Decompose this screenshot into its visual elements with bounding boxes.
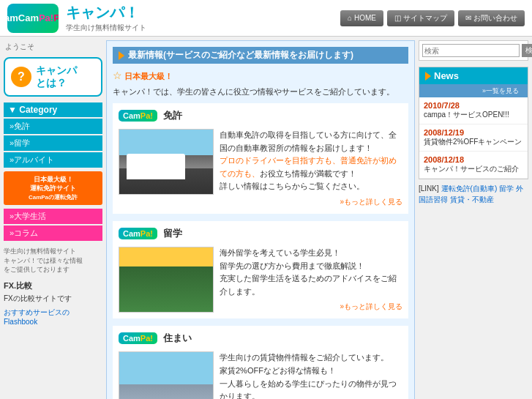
news-date-1: 2010/7/28	[424, 101, 523, 110]
main-section-header: 最新情報(サービスのご紹介など最新情報をお届けします)	[113, 47, 408, 64]
news-text-1: campa！サービスOPEN!!!	[424, 110, 523, 120]
article-2-header: CamPa! 留学	[119, 227, 402, 243]
article-1-logo: CamPa!	[119, 110, 157, 122]
news-item-2: 2008/12/19 賃貸物件2%OFFキャンペーン	[419, 124, 528, 152]
search-button[interactable]: 検	[522, 44, 532, 57]
news-more-button[interactable]: »一覧を見る	[478, 86, 523, 96]
campa-label: キャンパとは？	[36, 64, 77, 89]
sidebar-top-text: ようこそ	[4, 40, 102, 53]
search-box: 検	[419, 40, 528, 61]
home-button[interactable]: ⌂ HOME	[340, 10, 383, 26]
article-3-text2: 家賃2%OFFなどお得な情報も！	[220, 365, 402, 378]
article-1-body: 自動車免許の取得を目指している方に向けて、全国の自動車教習所の情報をお届けします…	[119, 129, 402, 208]
article-3-text3: 一人暮らしを始める学生にぴったりの物件が見つかります。	[220, 378, 402, 399]
news-title: News	[434, 70, 459, 81]
article-2-text1: 海外留学を考えている学生必見！	[220, 247, 402, 260]
article-card-2: CamPa! 留学 海外留学を考えている学生必見！ 留学先の選び方から費用まで徹…	[113, 221, 408, 318]
contact-button[interactable]: ✉ お問い合わせ	[458, 10, 525, 26]
article-2-text: 海外留学を考えている学生必見！ 留学先の選び方から費用まで徹底解説！ 充実した留…	[220, 247, 402, 313]
article-3-logo: CamPa!	[119, 332, 157, 344]
article-card-1: CamPa! 免許 自動車免許の取得を目指している方に向けて、全国の自動車教習所…	[113, 103, 408, 214]
fx-section: FX.比較 FXの比較サイトです おすすめサービスのFlashbook	[4, 280, 102, 327]
article-3-thumb	[119, 351, 214, 399]
main-inner: 最新情報(サービスのご紹介など最新情報をお届けします) ☆ 日本最大級！ キャン…	[106, 40, 415, 399]
driving-banner-line1: 日本最大級！	[7, 175, 99, 184]
star-icon: ☆	[113, 70, 122, 81]
sidebar-long-text: 学生向け無料情報サイトキャンパ！では様々な情報をご提供しております	[4, 247, 102, 275]
sidebar-extra: 学生向け無料情報サイトキャンパ！では様々な情報をご提供しております	[4, 247, 102, 275]
article-2-thumb	[119, 247, 214, 313]
article-2-category: 留学	[163, 228, 182, 239]
category-item-study[interactable]: »留学	[4, 135, 102, 151]
header: CamPa! キャンパ！ 学生向け無料情報サイト ⌂ HOME ◫ サイトマップ…	[0, 0, 532, 37]
category-item-column[interactable]: »コラム	[4, 225, 102, 241]
article-2-more-link[interactable]: »もっと詳しく見る	[220, 301, 402, 313]
article-2-body: 海外留学を考えている学生必見！ 留学先の選び方から費用まで徹底解説！ 充実した留…	[119, 247, 402, 313]
article-3-body: 学生向けの賃貸物件情報をご紹介しています。 家賃2%OFFなどお得な情報も！ 一…	[119, 351, 402, 399]
news-header: News	[419, 67, 528, 84]
mail-icon: ✉	[465, 14, 471, 22]
article-3-text: 学生向けの賃貸物件情報をご紹介しています。 家賃2%OFFなどお得な情報も！ 一…	[220, 351, 402, 399]
category-item-license[interactable]: »免許	[4, 119, 102, 134]
driving-banner[interactable]: 日本最大級！ 運転免許サイト CamPaの運転免許	[4, 171, 102, 205]
category-item-campus[interactable]: »大学生活	[4, 209, 102, 224]
main-content: 最新情報(サービスのご紹介など最新情報をお届けします) ☆ 日本最大級！ キャン…	[106, 40, 415, 399]
building-image	[119, 352, 213, 399]
campa-box[interactable]: ? キャンパとは？	[4, 57, 102, 97]
link-label: [LINK]	[419, 184, 439, 193]
site-title: キャンパ！	[66, 3, 340, 23]
flashbook-link[interactable]: おすすめサービスのFlashbook	[4, 306, 102, 327]
sitemap-button[interactable]: ◫ サイトマップ	[387, 10, 454, 26]
star-section: ☆ 日本最大級！	[113, 70, 408, 82]
news-more-bar: »一覧を見る	[419, 84, 528, 97]
article-1-header: CamPa! 免許	[119, 109, 402, 125]
article-1-text1: 自動車免許の取得を目指している方に向けて、全国の自動車教習所の情報をお届けします…	[220, 129, 402, 154]
category-item-part-time[interactable]: »アルバイト	[4, 152, 102, 168]
section-title-text: 最新情報(サービスのご紹介など最新情報をお届けします)	[128, 49, 353, 61]
main-layout: ようこそ ? キャンパとは？ ▼ Category »免許 »留学 »アルバイト…	[0, 37, 532, 399]
sitemap-icon: ◫	[394, 14, 401, 22]
link-section: [LINK] 運転免許(自動車) 留学 外国語習得 賃貸・不動産	[419, 183, 528, 205]
news-text-2: 賃貸物件2%OFFキャンペーン	[424, 137, 523, 147]
news-section: News »一覧を見る 2010/7/28 campa！サービスOPEN!!! …	[419, 67, 528, 179]
news-triangle-icon	[425, 72, 431, 81]
site-title-area: キャンパ！ 学生向け無料情報サイト	[66, 3, 340, 33]
category-header: ▼ Category	[4, 102, 102, 117]
article-1-text: 自動車免許の取得を目指している方に向けて、全国の自動車教習所の情報をお届けします…	[220, 129, 402, 208]
police-car-image	[119, 130, 213, 194]
article-1-text3: 詳しい情報はこちらからご覧ください。	[220, 180, 402, 193]
highlight-label: 日本最大級！	[124, 72, 173, 81]
triangle-icon	[119, 51, 124, 60]
article-2-text2: 留学先の選び方から費用まで徹底解説！	[220, 260, 402, 273]
news-date-2: 2008/12/19	[424, 128, 523, 137]
question-icon: ?	[11, 67, 31, 87]
fx-title: FX.比較	[4, 280, 102, 291]
article-1-thumb	[119, 129, 214, 195]
home-icon: ⌂	[348, 14, 352, 22]
driving-banner-line2: 運転免許サイト	[7, 184, 99, 193]
article-3-text1: 学生向けの賃貸物件情報をご紹介しています。	[220, 351, 402, 365]
article-3-category: 住まい	[163, 332, 192, 343]
nav-buttons: ⌂ HOME ◫ サイトマップ ✉ お問い合わせ	[340, 10, 525, 26]
group-image	[119, 247, 213, 312]
article-1-more-link[interactable]: »もっと詳しく見る	[220, 196, 402, 208]
fx-desc: FXの比較サイトです	[4, 294, 102, 304]
site-subtitle: 学生向け無料情報サイト	[66, 23, 340, 33]
news-date-3: 2008/12/18	[424, 155, 523, 164]
driving-banner-sub: CamPaの運転免許	[7, 193, 99, 201]
site-logo[interactable]: CamPa!	[7, 4, 59, 33]
article-2-logo: CamPa!	[119, 228, 157, 239]
article-2-text3: 充実した留学生活を送るためのアドバイスをご紹介します。	[220, 272, 402, 298]
news-item-1: 2010/7/28 campa！サービスOPEN!!!	[419, 97, 528, 124]
search-input[interactable]	[422, 44, 520, 57]
main-desc: キャンパ！では、学生の皆さんに役立つ情報やサービスをご紹介しています。	[113, 86, 408, 97]
news-text-3: キャンパ！サービスのご紹介	[424, 164, 523, 174]
article-1-category: 免許	[163, 110, 182, 121]
article-card-3: CamPa! 住まい 学生向けの賃貸物件情報をご紹介しています。 家賃2%OFF…	[113, 326, 408, 399]
news-item-3: 2008/12/18 キャンパ！サービスのご紹介	[419, 152, 528, 179]
article-3-header: CamPa! 住まい	[119, 332, 402, 348]
article-1-text2b: お役立ち情報が満載です！	[260, 169, 356, 178]
sidebar: ようこそ ? キャンパとは？ ▼ Category »免許 »留学 »アルバイト…	[4, 40, 102, 399]
right-sidebar: 検 News »一覧を見る 2010/7/28 campa！サービスOPEN!!…	[419, 40, 528, 399]
